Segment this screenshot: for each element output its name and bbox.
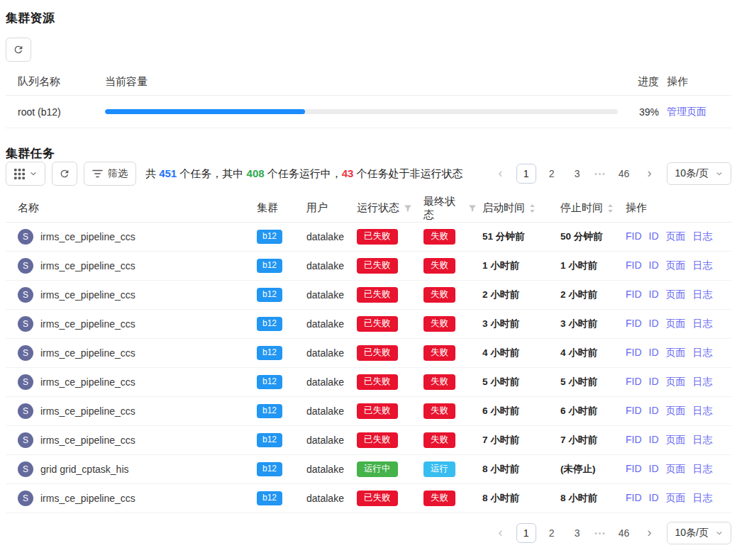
avatar: S: [18, 345, 33, 361]
id-link[interactable]: ID: [649, 463, 659, 476]
tasks-refresh-button[interactable]: [52, 162, 77, 186]
fid-link[interactable]: FID: [626, 347, 642, 359]
id-link[interactable]: ID: [649, 259, 659, 272]
start-time: 5 小时前: [477, 376, 555, 388]
page-size-select[interactable]: 10条/页: [667, 522, 731, 544]
user-cell: datalake: [301, 493, 351, 504]
start-time: 2 小时前: [477, 289, 555, 301]
resources-refresh-button[interactable]: [6, 38, 31, 62]
final-status-badge: 失败: [423, 374, 455, 391]
nonrunning-count: 43: [342, 167, 354, 179]
log-link[interactable]: 日志: [693, 405, 713, 418]
final-status-badge: 失败: [423, 229, 455, 245]
id-link[interactable]: ID: [649, 405, 659, 418]
pagination-page-1[interactable]: 1: [516, 523, 536, 543]
cluster-tasks-table: 名称 集群 用户 运行状态 最终状态 启动时间 停止时间 操作 Sirms_ce…: [6, 194, 731, 513]
pagination-page-2[interactable]: 2: [542, 164, 562, 184]
pagination-top: ‹ 1 2 3 ••• 46 › 10条/页: [491, 162, 731, 185]
manage-page-link[interactable]: 管理页面: [667, 106, 706, 117]
id-link[interactable]: ID: [649, 492, 659, 505]
stop-time: 50 分钟前: [555, 230, 620, 243]
final-status-badge: 失败: [423, 432, 455, 449]
page-size-select[interactable]: 10条/页: [667, 162, 731, 185]
fid-link[interactable]: FID: [626, 289, 642, 301]
log-link[interactable]: 日志: [693, 463, 713, 476]
avatar: S: [18, 461, 33, 477]
sorter-icon[interactable]: [607, 203, 614, 213]
log-link[interactable]: 日志: [693, 347, 713, 359]
log-link[interactable]: 日志: [693, 434, 713, 447]
pagination-page-46[interactable]: 46: [614, 523, 634, 543]
pagination-page-3[interactable]: 3: [567, 164, 587, 184]
final-status-badge: 失败: [423, 316, 455, 332]
page-link[interactable]: 页面: [666, 230, 686, 243]
page-link[interactable]: 页面: [666, 434, 686, 447]
fid-link[interactable]: FID: [626, 463, 642, 476]
fid-link[interactable]: FID: [626, 230, 642, 243]
table-row: Sgrid grid_cptask_his b12 datalake 运行中 运…: [6, 455, 731, 484]
header-stop-time: 停止时间: [555, 201, 620, 215]
column-settings-button[interactable]: [6, 162, 45, 186]
id-link[interactable]: ID: [649, 376, 659, 388]
pagination-prev-button[interactable]: ‹: [491, 523, 511, 543]
page-link[interactable]: 页面: [666, 318, 686, 330]
page-link[interactable]: 页面: [666, 376, 686, 388]
fid-link[interactable]: FID: [626, 434, 642, 447]
table-row: Sirms_ce_pipeline_ccs b12 datalake 已失败 失…: [6, 223, 731, 252]
pagination-page-1[interactable]: 1: [516, 164, 536, 184]
page-link[interactable]: 页面: [666, 492, 686, 505]
pagination-ellipsis[interactable]: •••: [593, 530, 609, 537]
log-link[interactable]: 日志: [693, 376, 713, 388]
id-link[interactable]: ID: [649, 318, 659, 330]
filter-funnel-icon[interactable]: [404, 204, 412, 213]
start-time: 8 小时前: [477, 492, 555, 505]
fid-link[interactable]: FID: [626, 318, 642, 330]
tasks-toolbar: 筛选 共 451 个任务，其中 408 个任务运行中，43 个任务处于非运行状态…: [6, 162, 731, 186]
run-status-badge: 已失败: [357, 316, 398, 332]
fid-link[interactable]: FID: [626, 259, 642, 272]
fid-link[interactable]: FID: [626, 492, 642, 505]
id-link[interactable]: ID: [649, 230, 659, 243]
avatar: S: [18, 491, 33, 506]
log-link[interactable]: 日志: [693, 230, 713, 243]
pagination-next-button[interactable]: ›: [640, 523, 660, 543]
pagination-page-2[interactable]: 2: [542, 523, 562, 543]
pagination-bottom: ‹ 1 2 3 ••• 46 › 10条/页: [491, 522, 731, 544]
sorter-icon[interactable]: [529, 203, 536, 213]
progress-fill: [105, 109, 305, 114]
log-link[interactable]: 日志: [693, 492, 713, 505]
filter-funnel-icon[interactable]: [468, 204, 477, 213]
filter-button[interactable]: 筛选: [84, 162, 136, 186]
avatar: S: [18, 287, 33, 303]
table-row: Sirms_ce_pipeline_ccs b12 datalake 已失败 失…: [6, 252, 731, 281]
user-cell: datalake: [301, 260, 351, 271]
header-user: 用户: [301, 201, 351, 215]
fid-link[interactable]: FID: [626, 405, 642, 418]
id-link[interactable]: ID: [649, 289, 659, 301]
page-link[interactable]: 页面: [666, 347, 686, 359]
page-link[interactable]: 页面: [666, 259, 686, 272]
id-link[interactable]: ID: [649, 434, 659, 447]
id-link[interactable]: ID: [649, 347, 659, 359]
fid-link[interactable]: FID: [626, 376, 642, 388]
run-status-badge: 已失败: [357, 491, 398, 507]
page-link[interactable]: 页面: [666, 405, 686, 418]
cluster-tag: b12: [257, 404, 282, 418]
pagination-prev-button[interactable]: ‹: [491, 164, 511, 184]
task-name: irms_ce_pipeline_ccs: [40, 318, 135, 330]
filter-button-label: 筛选: [108, 167, 128, 180]
log-link[interactable]: 日志: [693, 318, 713, 330]
header-queue-name: 队列名称: [6, 75, 105, 89]
user-cell: datalake: [301, 318, 351, 330]
pagination-page-46[interactable]: 46: [614, 164, 634, 184]
pagination-next-button[interactable]: ›: [640, 164, 660, 184]
header-start-time: 启动时间: [477, 201, 555, 215]
pagination-page-3[interactable]: 3: [567, 523, 587, 543]
log-link[interactable]: 日志: [693, 289, 713, 301]
resources-table-row: root (b12) 39% 管理页面: [6, 96, 731, 128]
pagination-ellipsis[interactable]: •••: [593, 170, 609, 178]
page-link[interactable]: 页面: [666, 289, 686, 301]
log-link[interactable]: 日志: [693, 259, 713, 272]
start-time: 6 小时前: [477, 405, 555, 418]
page-link[interactable]: 页面: [666, 463, 686, 476]
